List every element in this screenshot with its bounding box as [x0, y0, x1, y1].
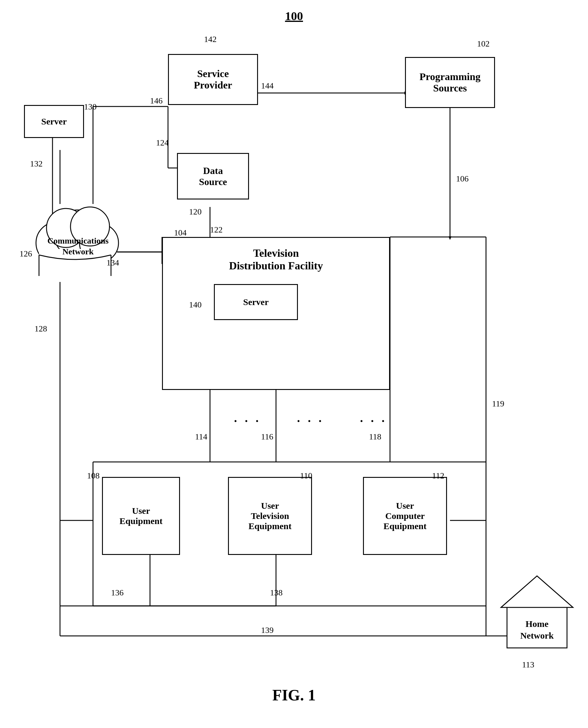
ref-102: 102: [477, 39, 489, 49]
ref-124: 124: [156, 138, 169, 148]
ref-142: 142: [204, 35, 216, 44]
ref-146: 146: [150, 96, 163, 106]
home-network-container: Home Network: [492, 570, 582, 655]
svg-marker-48: [501, 576, 573, 607]
ref-139: 139: [261, 625, 274, 635]
data-source-box: Data Source: [177, 153, 249, 199]
ref-132: 132: [30, 159, 43, 169]
ref-106: 106: [456, 174, 468, 184]
ref-138: 138: [270, 588, 282, 598]
ref-104: 104: [174, 228, 187, 238]
ref-118: 118: [369, 432, 381, 442]
service-provider-box: Service Provider: [168, 54, 258, 105]
ref-134: 134: [106, 258, 119, 267]
ref-116: 116: [261, 432, 273, 442]
ref-140: 140: [189, 300, 202, 309]
programming-sources-label: Programming Sources: [419, 71, 480, 94]
user-tv-label: User Television Equipment: [248, 501, 291, 531]
data-source-label: Data Source: [199, 165, 227, 188]
ref-136: 136: [111, 588, 124, 598]
svg-marker-38: [448, 236, 451, 240]
diagram: 100 Service Provider 142 146 144 Program…: [0, 0, 588, 728]
tv-distribution-box: Television Distribution Facility Server: [162, 237, 390, 390]
ref-108: 108: [87, 471, 100, 480]
server-inner-label: Server: [243, 297, 269, 307]
ref-112: 112: [432, 471, 444, 480]
server-top-label: Server: [41, 116, 67, 127]
ref-110: 110: [300, 471, 312, 480]
ref-130: 130: [84, 102, 97, 112]
dots-3: · · ·: [360, 414, 387, 428]
ref-113: 113: [522, 660, 534, 669]
ref-126: 126: [20, 249, 32, 259]
user-equipment-box: User Equipment: [102, 477, 180, 555]
home-network-label: Home Network: [501, 618, 573, 641]
user-equipment-label: User Equipment: [120, 506, 162, 526]
server-inner-box: Server: [214, 284, 298, 320]
diagram-title: 100: [270, 9, 318, 23]
dots-1: · · ·: [234, 414, 261, 428]
house-svg: [492, 570, 582, 654]
comm-network-label: Communications Network: [38, 235, 119, 257]
user-tv-box: User Television Equipment: [228, 477, 312, 555]
server-top-box: Server: [24, 105, 84, 138]
programming-sources-box: Programming Sources: [405, 57, 495, 108]
tv-distribution-label: Television Distribution Facility: [169, 247, 383, 272]
ref-120: 120: [189, 207, 202, 217]
user-computer-label: User Computer Equipment: [383, 501, 426, 531]
ref-144: 144: [261, 81, 274, 91]
ref-119: 119: [492, 399, 504, 409]
dots-2: · · ·: [297, 414, 324, 428]
ref-122: 122: [210, 225, 223, 235]
user-computer-box: User Computer Equipment: [363, 477, 447, 555]
fig-title: FIG. 1: [210, 686, 378, 704]
service-provider-label: Service Provider: [194, 68, 232, 91]
ref-128: 128: [35, 324, 47, 334]
ref-114: 114: [195, 432, 207, 442]
